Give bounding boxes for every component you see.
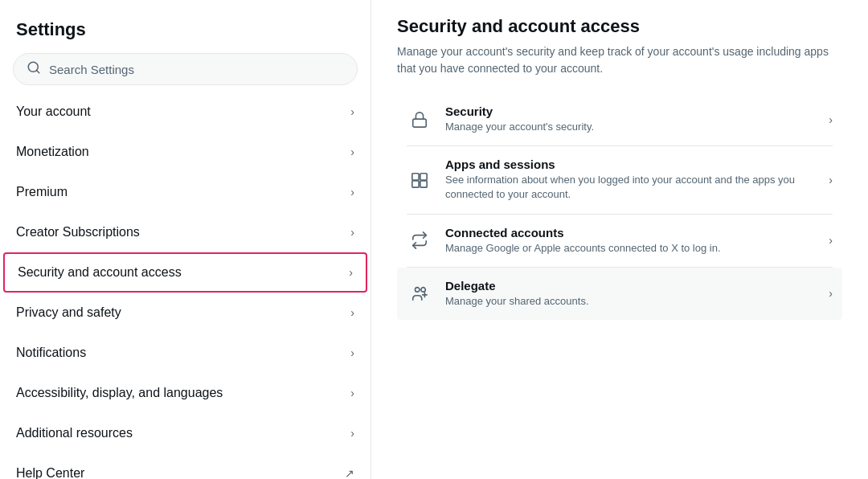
search-container: Search Settings bbox=[0, 53, 371, 92]
sidebar-item-privacy-and-safety[interactable]: Privacy and safety› bbox=[0, 293, 371, 333]
sidebar-item-security-and-account-access[interactable]: Security and account access› bbox=[3, 252, 367, 293]
lock-icon bbox=[407, 107, 432, 133]
svg-point-7 bbox=[416, 288, 420, 293]
svg-rect-2 bbox=[413, 119, 427, 127]
chevron-right-icon: › bbox=[350, 186, 354, 199]
sidebar-item-label: Creator Subscriptions bbox=[16, 225, 140, 240]
sidebar-item-label: Accessibility, display, and languages bbox=[16, 386, 223, 400]
sidebar-item-label: Security and account access bbox=[18, 265, 182, 280]
sidebar-item-label: Monetization bbox=[16, 145, 89, 159]
sidebar-item-additional-resources[interactable]: Additional resources› bbox=[0, 413, 371, 453]
search-icon bbox=[27, 60, 41, 78]
menu-item-apps-and-sessions[interactable]: Apps and sessionsSee information about w… bbox=[397, 146, 842, 213]
search-box[interactable]: Search Settings bbox=[13, 53, 358, 85]
sidebar-title: Settings bbox=[0, 13, 371, 53]
svg-rect-5 bbox=[412, 181, 419, 187]
sidebar-item-notifications[interactable]: Notifications› bbox=[0, 333, 371, 373]
chevron-right-icon: › bbox=[350, 346, 354, 359]
main-content: Security and account access Manage your … bbox=[371, 0, 868, 479]
sidebar-nav: Your account›Monetization›Premium›Creato… bbox=[0, 92, 371, 479]
security-menu-list: SecurityManage your account's security.›… bbox=[397, 93, 842, 320]
svg-rect-6 bbox=[420, 181, 427, 187]
chevron-right-icon: › bbox=[350, 226, 354, 239]
content-title: Security and account access bbox=[397, 16, 842, 37]
sidebar-item-label: Premium bbox=[16, 185, 68, 199]
menu-item-description: Manage your account's security. bbox=[445, 120, 816, 134]
menu-item-delegate[interactable]: DelegateManage your shared accounts.› bbox=[397, 268, 842, 320]
chevron-right-icon: › bbox=[350, 427, 354, 440]
sidebar: Settings Search Settings Your account›Mo… bbox=[0, 0, 371, 479]
chevron-right-icon: › bbox=[350, 145, 354, 158]
content-description: Manage your account's security and keep … bbox=[397, 43, 842, 77]
sidebar-item-your-account[interactable]: Your account› bbox=[0, 92, 371, 132]
external-link-icon: ↗ bbox=[345, 467, 354, 479]
menu-item-description: Manage Google or Apple accounts connecte… bbox=[445, 241, 816, 256]
sidebar-item-premium[interactable]: Premium› bbox=[0, 172, 371, 212]
chevron-right-icon: › bbox=[350, 306, 354, 319]
menu-item-security[interactable]: SecurityManage your account's security.› bbox=[397, 93, 842, 145]
chevron-right-icon: › bbox=[829, 113, 833, 126]
svg-line-1 bbox=[36, 70, 39, 72]
delegate-icon bbox=[407, 280, 432, 306]
apps-icon bbox=[407, 167, 432, 193]
sidebar-item-label: Additional resources bbox=[16, 426, 133, 440]
menu-item-title: Apps and sessions bbox=[445, 158, 816, 171]
svg-rect-4 bbox=[420, 174, 427, 180]
sidebar-item-help-center[interactable]: Help Center↗ bbox=[0, 453, 371, 479]
menu-item-connected-accounts[interactable]: Connected accountsManage Google or Apple… bbox=[397, 215, 842, 267]
menu-item-description: See information about when you logged in… bbox=[445, 173, 816, 202]
sidebar-item-label: Privacy and safety bbox=[16, 305, 121, 320]
sidebar-item-label: Your account bbox=[16, 104, 91, 119]
chevron-right-icon: › bbox=[350, 105, 354, 118]
chevron-right-icon: › bbox=[349, 266, 353, 279]
sidebar-item-monetization[interactable]: Monetization› bbox=[0, 132, 371, 172]
menu-item-description: Manage your shared accounts. bbox=[445, 294, 816, 309]
chevron-right-icon: › bbox=[829, 287, 833, 300]
menu-item-title: Security bbox=[445, 104, 816, 118]
svg-point-8 bbox=[421, 288, 426, 293]
svg-rect-3 bbox=[412, 174, 419, 180]
search-placeholder: Search Settings bbox=[49, 63, 134, 76]
menu-item-title: Delegate bbox=[445, 279, 816, 293]
sidebar-item-label: Help Center bbox=[16, 466, 84, 479]
chevron-right-icon: › bbox=[829, 174, 833, 186]
sidebar-item-label: Notifications bbox=[16, 346, 86, 360]
sidebar-item-accessibility-display-languages[interactable]: Accessibility, display, and languages› bbox=[0, 373, 371, 413]
menu-item-title: Connected accounts bbox=[445, 226, 816, 240]
transfer-icon bbox=[407, 227, 432, 253]
sidebar-item-creator-subscriptions[interactable]: Creator Subscriptions› bbox=[0, 212, 371, 252]
chevron-right-icon: › bbox=[829, 234, 833, 247]
chevron-right-icon: › bbox=[350, 387, 354, 399]
